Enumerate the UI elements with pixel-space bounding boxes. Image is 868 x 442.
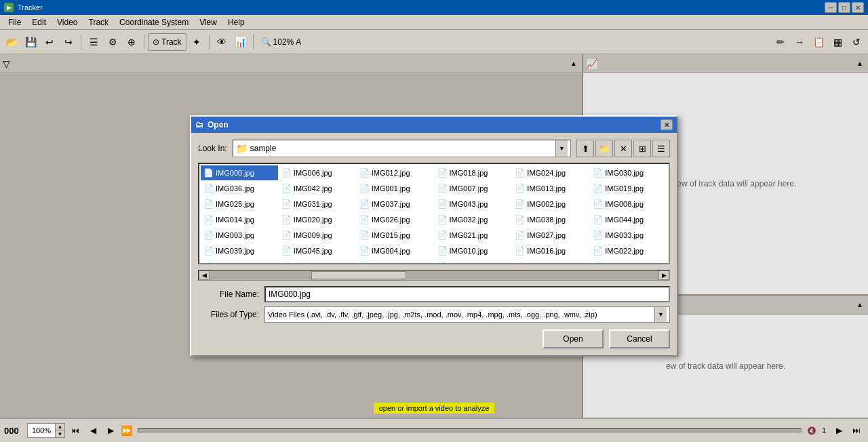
file-item[interactable]: 📄IMG025.jpg xyxy=(201,197,278,212)
eye-button[interactable]: 👁 xyxy=(213,33,231,51)
file-item[interactable]: 📄IMG014.jpg xyxy=(201,212,278,227)
file-item[interactable]: 📄IMG021.jpg xyxy=(435,228,512,243)
cancel-button[interactable]: Cancel xyxy=(609,329,670,348)
file-item[interactable]: 📄IMG045.jpg xyxy=(279,243,356,258)
menu-help[interactable]: Help xyxy=(222,15,250,29)
clip-settings-button[interactable]: ☰ xyxy=(85,33,102,51)
look-in-dropdown-arrow[interactable]: ▼ xyxy=(555,140,568,157)
file-item[interactable]: 📄IMG044.jpg xyxy=(590,212,667,227)
files-of-type-arrow[interactable]: ▼ xyxy=(654,307,667,322)
file-item[interactable]: 📄IMG028.jpg xyxy=(201,259,278,263)
files-of-type-select[interactable]: Video Files (.avi, .dv, .flv, .gif, .jpe… xyxy=(264,306,670,323)
file-item[interactable]: 📄IMG030.jpg xyxy=(590,165,667,180)
file-item[interactable]: 📄IMG015.jpg xyxy=(357,228,434,243)
file-item[interactable]: 📄IMG005.jpg xyxy=(512,259,589,263)
maximize-button[interactable]: □ xyxy=(838,2,850,13)
file-item[interactable]: 📄IMG039.jpg xyxy=(201,243,278,258)
look-in-combo[interactable]: 📁 sample ▼ xyxy=(233,140,571,157)
file-item[interactable]: 📄IMG002.jpg xyxy=(512,197,589,212)
view-icon-btn[interactable]: ⊞ xyxy=(633,140,651,157)
file-item[interactable]: 📄IMG003.jpg xyxy=(201,228,278,243)
file-item[interactable]: 📄IMG006.jpg xyxy=(279,165,356,180)
file-item[interactable]: 📄IMG007.jpg xyxy=(435,181,512,196)
files-of-type-label: Files of Type: xyxy=(198,310,259,319)
zoom-down-arrow[interactable]: ▼ xyxy=(55,430,64,437)
file-item[interactable]: 📄IMG013.jpg xyxy=(512,181,589,196)
file-item[interactable]: 📄IMG009.jpg xyxy=(279,228,356,243)
file-item[interactable]: 📄IMG031.jpg xyxy=(279,197,356,212)
file-item[interactable]: 📄IMG011.jpg xyxy=(590,259,667,263)
file-item[interactable]: 📄IMG034.jpg xyxy=(279,259,356,263)
menu-video[interactable]: Video xyxy=(52,15,83,29)
file-icon: 📄 xyxy=(203,246,214,256)
view-up-btn[interactable]: ⬆ xyxy=(576,140,594,157)
file-item[interactable]: 📄IMG024.jpg xyxy=(512,165,589,180)
file-item[interactable]: 📄IMG016.jpg xyxy=(512,243,589,258)
import-button[interactable]: ↩ xyxy=(41,33,58,51)
file-item[interactable]: 📄IMG020.jpg xyxy=(279,212,356,227)
file-item[interactable]: 📄IMG027.jpg xyxy=(512,228,589,243)
clipboard-button[interactable]: 📋 xyxy=(810,33,827,51)
play-button[interactable]: ▶ xyxy=(103,423,118,438)
refresh-button[interactable]: ↺ xyxy=(848,33,865,51)
menu-track[interactable]: Track xyxy=(83,15,115,29)
file-item[interactable]: 📄IMG043.jpg xyxy=(435,197,512,212)
open-button[interactable]: 📂 xyxy=(3,33,20,51)
file-item[interactable]: 📄IMG036.jpg xyxy=(201,181,278,196)
export-button[interactable]: ↪ xyxy=(60,33,77,51)
dialog-close-button[interactable]: ✕ xyxy=(660,119,673,130)
view-delete-btn[interactable]: ✕ xyxy=(614,140,632,157)
file-item[interactable]: 📄IMG040.jpg xyxy=(357,259,434,263)
go-end-button[interactable]: ⏭ xyxy=(849,423,864,438)
file-item[interactable]: 📄IMG019.jpg xyxy=(590,181,667,196)
file-item[interactable]: 📄IMG033.jpg xyxy=(590,228,667,243)
zoom-up-arrow[interactable]: ▲ xyxy=(55,424,64,430)
file-item[interactable]: 📄IMG032.jpg xyxy=(435,212,512,227)
scroll-thumb[interactable] xyxy=(311,271,406,279)
zoom-control: 100% ▲ ▼ xyxy=(27,423,65,438)
close-button[interactable]: ✕ xyxy=(852,2,864,13)
file-item[interactable]: 📄IMG037.jpg xyxy=(357,197,434,212)
file-item[interactable]: 📄IMG004.jpg xyxy=(357,243,434,258)
scroll-right-btn[interactable]: ▶ xyxy=(658,270,669,280)
file-item[interactable]: 📄IMG042.jpg xyxy=(279,181,356,196)
pencil-button[interactable]: ✏ xyxy=(772,33,789,51)
file-item[interactable]: 📄IMG026.jpg xyxy=(357,212,434,227)
plot-button[interactable]: 📊 xyxy=(232,33,250,51)
scroll-left-btn[interactable]: ◀ xyxy=(199,270,210,280)
file-icon: 📄 xyxy=(515,230,525,240)
file-name-input[interactable] xyxy=(264,286,670,302)
playback-slider[interactable] xyxy=(138,428,802,433)
file-item[interactable]: 📄IMG001.jpg xyxy=(357,181,434,196)
track-button[interactable]: ⊙ Track xyxy=(148,33,186,51)
view-create-btn[interactable]: 📁 xyxy=(595,140,613,157)
go-start-button[interactable]: ⏮ xyxy=(68,423,83,438)
filter-button[interactable]: ⚙ xyxy=(104,33,121,51)
file-item[interactable]: 📄IMG012.jpg xyxy=(357,165,434,180)
file-item[interactable]: 📄IMG046.jpg xyxy=(435,259,512,263)
menu-file[interactable]: File xyxy=(3,15,26,29)
step-back-button[interactable]: ◀ xyxy=(85,423,100,438)
loop-icon[interactable]: ⏩ xyxy=(121,425,132,436)
open-button[interactable]: Open xyxy=(542,329,604,348)
file-icon: 📄 xyxy=(281,184,292,193)
step-forward-button[interactable]: ▶ xyxy=(831,423,846,438)
save-button[interactable]: 💾 xyxy=(22,33,39,51)
arrow-right-button[interactable]: → xyxy=(791,33,808,51)
data-button[interactable]: ▦ xyxy=(829,33,846,51)
view-list-btn[interactable]: ☰ xyxy=(652,140,670,157)
file-item[interactable]: 📄IMG010.jpg xyxy=(435,243,512,258)
mute-icon[interactable]: 🔇 xyxy=(807,426,816,435)
menu-coordinate-system[interactable]: Coordinate System xyxy=(114,15,194,29)
file-item[interactable]: 📄IMG018.jpg xyxy=(435,165,512,180)
track-settings-button[interactable]: ✦ xyxy=(188,33,205,51)
menu-view[interactable]: View xyxy=(194,15,222,29)
look-in-label: Look In: xyxy=(198,144,227,153)
file-item[interactable]: 📄IMG022.jpg xyxy=(590,243,667,258)
file-item[interactable]: 📄IMG038.jpg xyxy=(512,212,589,227)
minimize-button[interactable]: ─ xyxy=(825,2,837,13)
file-item[interactable]: 📄IMG008.jpg xyxy=(590,197,667,212)
file-item[interactable]: 📄IMG000.jpg xyxy=(201,165,278,180)
calibrate-button[interactable]: ⊕ xyxy=(123,33,140,51)
menu-edit[interactable]: Edit xyxy=(26,15,52,29)
